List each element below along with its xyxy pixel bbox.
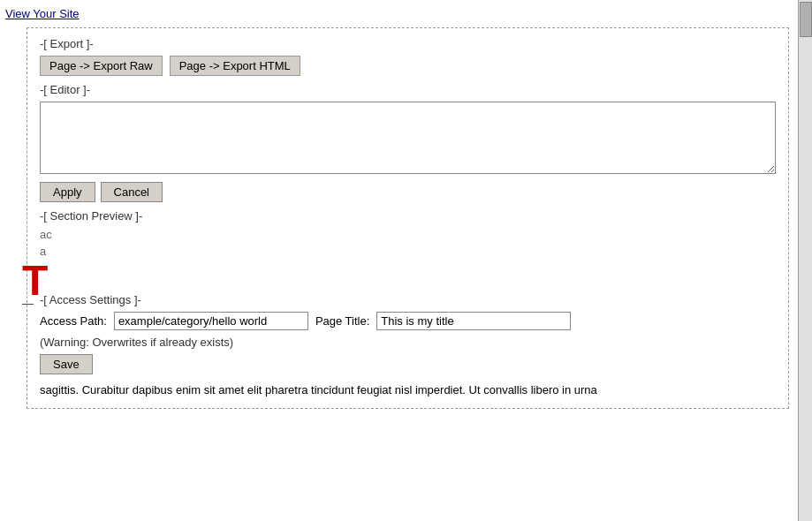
access-path-input[interactable] xyxy=(114,312,308,330)
save-button[interactable]: Save xyxy=(40,354,93,374)
editor-textarea[interactable] xyxy=(40,102,776,174)
export-html-button[interactable]: Page -> Export HTML xyxy=(170,56,300,76)
big-t-decoration: T xyxy=(22,260,48,302)
view-your-site-link[interactable]: View Your Site xyxy=(0,0,85,24)
access-settings-label: -[ Access Settings ]- xyxy=(40,293,776,306)
export-raw-button[interactable]: Page -> Export Raw xyxy=(40,56,163,76)
bottom-lorem-text: sagittis. Curabitur dapibus enim sit ame… xyxy=(40,381,776,399)
access-settings-section: -[ Access Settings ]- Access Path: Page … xyxy=(40,293,776,374)
warning-text: (Warning: Overwrites if already exists) xyxy=(40,336,776,349)
apply-button[interactable]: Apply xyxy=(40,182,95,202)
access-path-row: Access Path: Page Title: xyxy=(40,312,776,330)
editor-section-label: -[ Editor ]- xyxy=(40,83,776,96)
preview-area: ac a xyxy=(40,228,776,263)
main-panel: -[ Export ]- Page -> Export Raw Page -> … xyxy=(27,27,789,409)
dash-decoration: — xyxy=(22,297,34,310)
access-path-label: Access Path: xyxy=(40,314,107,328)
preview-text-1: ac xyxy=(40,228,776,241)
scrollbar-thumb[interactable] xyxy=(800,2,812,37)
editor-actions: Apply Cancel xyxy=(40,182,776,202)
page-title-input[interactable] xyxy=(376,312,571,330)
editor-section: -[ Editor ]- Apply Cancel xyxy=(40,83,776,202)
page-title-label: Page Title: xyxy=(315,314,369,328)
preview-section-label: -[ Section Preview ]- xyxy=(40,209,776,223)
cancel-button[interactable]: Cancel xyxy=(101,182,163,202)
preview-text-2: a xyxy=(40,245,776,258)
export-section-label: -[ Export ]- xyxy=(40,37,776,50)
decorative-area: T — xyxy=(40,268,776,286)
export-buttons-row: Page -> Export Raw Page -> Export HTML xyxy=(40,56,776,76)
view-your-site-text: View Your Site xyxy=(5,7,80,20)
scrollbar[interactable] xyxy=(798,0,812,521)
